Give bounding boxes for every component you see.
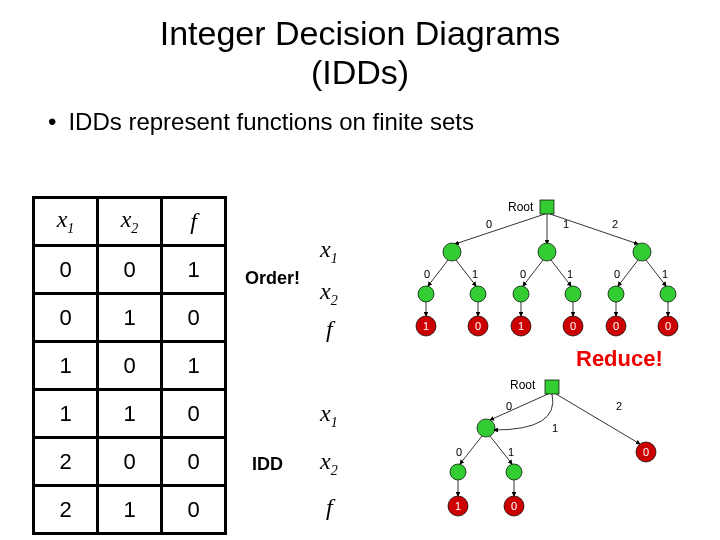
edge-label: 0 bbox=[614, 268, 620, 280]
tree-node bbox=[513, 286, 529, 302]
tree-node bbox=[608, 286, 624, 302]
leaf-text: 0 bbox=[643, 446, 649, 458]
leaf-text: 0 bbox=[665, 320, 671, 332]
edge-label: 1 bbox=[472, 268, 478, 280]
edge-label: 1 bbox=[563, 218, 569, 230]
tree-node bbox=[633, 243, 651, 261]
edge-label: 0 bbox=[424, 268, 430, 280]
leaf-text: 0 bbox=[511, 500, 517, 512]
edge bbox=[490, 394, 548, 420]
edge-label: 1 bbox=[508, 446, 514, 458]
edge bbox=[618, 260, 638, 286]
top-tree-svg: 0 1 2 0 1 0 1 0 1 1 0 1 0 0 0 0 2 1 bbox=[0, 0, 720, 540]
edge-label: 1 bbox=[552, 422, 558, 434]
edge-label: 1 bbox=[567, 268, 573, 280]
leaf-text: 1 bbox=[423, 320, 429, 332]
root-node-top bbox=[540, 200, 554, 214]
tree-node bbox=[443, 243, 461, 261]
leaf-text: 1 bbox=[455, 500, 461, 512]
tree-node bbox=[660, 286, 676, 302]
leaf-text: 1 bbox=[518, 320, 524, 332]
tree-node bbox=[450, 464, 466, 480]
edge-label: 0 bbox=[456, 446, 462, 458]
edge-label: 2 bbox=[616, 400, 622, 412]
leaf-text: 0 bbox=[570, 320, 576, 332]
edge bbox=[460, 436, 482, 464]
leaf-text: 0 bbox=[613, 320, 619, 332]
edge-label: 0 bbox=[520, 268, 526, 280]
edge bbox=[556, 394, 640, 444]
root-node-bottom bbox=[545, 380, 559, 394]
tree-node bbox=[538, 243, 556, 261]
edge bbox=[494, 394, 553, 430]
edge-label: 0 bbox=[506, 400, 512, 412]
tree-node bbox=[470, 286, 486, 302]
edge-label: 0 bbox=[486, 218, 492, 230]
tree-node bbox=[418, 286, 434, 302]
tree-node bbox=[477, 419, 495, 437]
edge-label: 1 bbox=[662, 268, 668, 280]
edge bbox=[455, 214, 545, 244]
edge bbox=[428, 260, 448, 286]
leaf-text: 0 bbox=[475, 320, 481, 332]
tree-node bbox=[506, 464, 522, 480]
tree-node bbox=[565, 286, 581, 302]
edge-label: 2 bbox=[612, 218, 618, 230]
